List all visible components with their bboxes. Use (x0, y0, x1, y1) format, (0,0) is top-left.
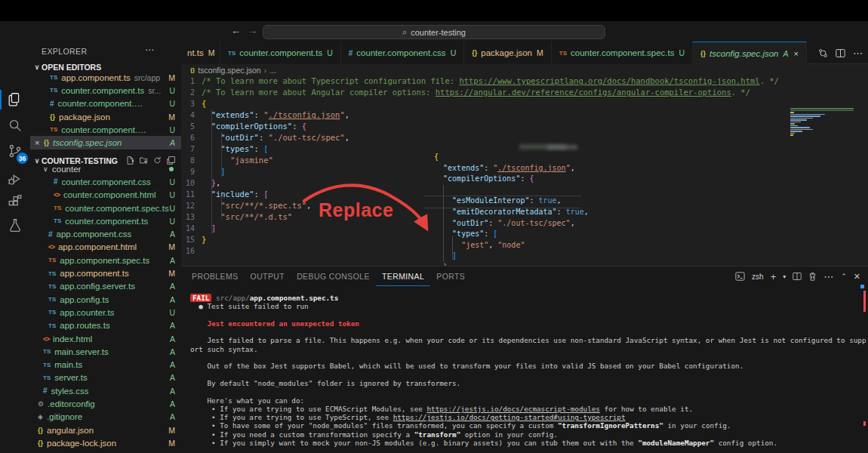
tree-item[interactable]: ∨counter (30, 162, 181, 175)
code-text: /* To learn more about Angular compiler … (202, 87, 750, 98)
panel-tab-terminal[interactable]: TERMINAL (376, 267, 430, 286)
editor-tab-nt-ts[interactable]: nt.tsM (181, 42, 220, 64)
snippet-line: "jest", "node" (434, 240, 676, 251)
ts-file-icon: TS (54, 217, 61, 224)
open-editor-item[interactable]: {}package.jsonM (30, 110, 181, 123)
git-status-badge: U (165, 177, 175, 186)
activity-bar-item-extensions[interactable] (0, 189, 30, 214)
tree-item[interactable]: TSserver.tsA (30, 371, 181, 384)
open-editor-item[interactable]: TSapp.component.tssrc/appM (30, 71, 181, 84)
tree-item[interactable]: TSmain.server.tsA (30, 345, 181, 358)
tree-item[interactable]: TScounter.component.spec.tsU (30, 202, 181, 214)
more-actions-icon[interactable]: ⋯ (823, 271, 834, 282)
search-icon (7, 117, 23, 134)
tree-item[interactable]: TSapp.config.tsA (30, 293, 181, 306)
panel-tab-problems[interactable]: PROBLEMS (186, 267, 245, 286)
close-panel-icon[interactable]: ✕ (854, 272, 860, 282)
terminal-actions: zsh + ▾ ⋯ ⌃ ✕ (735, 267, 860, 286)
tree-item[interactable]: #counter.component.cssU (30, 175, 181, 188)
tree-item[interactable]: TSapp.component.spec.tsA (30, 254, 181, 267)
tree-item[interactable]: ◈.gitignoreA (30, 411, 181, 424)
code-line[interactable]: 3{ (181, 98, 868, 109)
git-status-badge: A (165, 387, 175, 396)
chevron-down-icon[interactable]: ▾ (783, 273, 786, 280)
sidebar-more-actions[interactable]: ⋯ (145, 45, 154, 55)
close-icon[interactable]: × (794, 49, 799, 58)
forward-button[interactable]: → (248, 25, 257, 36)
tree-item[interactable]: #styles.cssA (30, 384, 181, 397)
activity-bar-item-testing[interactable] (0, 213, 30, 239)
panel-tab-ports[interactable]: PORTS (430, 267, 471, 286)
code-line[interactable]: 2/* To learn more about Angular compiler… (181, 87, 868, 98)
code-line[interactable]: 5 "compilerOptions": { (181, 121, 868, 132)
file-name: counter.component.css (62, 177, 151, 186)
more-actions-icon[interactable]: ⋯ (853, 48, 863, 59)
open-editor-item[interactable]: TScounter.component.spec...U (30, 123, 181, 136)
new-terminal-icon[interactable]: + (771, 271, 777, 282)
command-center-search[interactable]: ⌕ counter-testing (263, 25, 605, 39)
tree-item[interactable]: {}package-lock.jsonM (30, 436, 181, 449)
tree-item[interactable]: <>app.component.htmlM (30, 241, 181, 254)
ts-file-icon: TS (48, 296, 56, 303)
editor-tab-package-json[interactable]: {}package.jsonM (464, 42, 552, 64)
terminal-link[interactable]: https://jestjs.io/docs/getting-started#u… (393, 413, 626, 421)
tree-item[interactable]: <>counter.component.htmlU (30, 189, 181, 202)
maximize-panel-icon[interactable]: ⌃ (841, 273, 847, 280)
activity-bar-item-run-and-debug[interactable] (0, 166, 30, 192)
file-path-detail: sr... (148, 86, 161, 95)
source-control-badge: 36 (17, 153, 28, 164)
breadcrumb[interactable]: {} tsconfig.spec.json › ... (181, 64, 868, 76)
html-file-icon: <> (43, 335, 49, 343)
open-editors-list: TSapp.component.tssrc/appMTScounter.comp… (30, 71, 181, 149)
back-button[interactable]: ← (231, 25, 241, 36)
panel-tab-output[interactable]: OUTPUT (245, 267, 291, 286)
close-icon[interactable]: × (35, 138, 44, 147)
activity-bar-item-search[interactable] (0, 112, 30, 138)
tree-item[interactable]: ⚙.editorconfigA (30, 397, 181, 410)
terminal-link[interactable]: https://jestjs.io/docs/ecmascript-module… (426, 405, 600, 413)
tree-item[interactable]: <>index.htmlA (30, 332, 181, 345)
code-line[interactable]: 1/* To learn more about Typescript confi… (181, 76, 868, 87)
git-status-badge: A (783, 49, 788, 58)
code-line[interactable]: 4 "extends": "./tsconfig.json", (181, 109, 868, 121)
git-status-badge: M (165, 426, 175, 435)
code-text: { (434, 153, 439, 161)
line-number: 15 (181, 234, 195, 245)
panel-tab-debug-console[interactable]: DEBUG CONSOLE (291, 267, 376, 286)
open-editor-item[interactable]: ×{}tsconfig.spec.jsonA (30, 136, 181, 149)
trash-icon[interactable] (808, 272, 817, 281)
activity-bar-item-explorer[interactable] (0, 87, 30, 112)
tree-item[interactable]: {}angular.jsonM (30, 424, 181, 436)
code-line[interactable]: 6 "outDir": "./out-tsc/spec", (181, 132, 868, 143)
tree-item[interactable]: TSmain.tsA (30, 358, 181, 371)
tree-item[interactable]: TSapp.counter.tsU (30, 306, 181, 319)
editor-tab-tsconfig-spec-json[interactable]: {}tsconfig.spec.jsonA× (693, 42, 807, 64)
file-name: counter.component.spec.ts (65, 204, 168, 213)
tab-label: tsconfig.spec.json (709, 49, 778, 58)
git-status-badge: M (165, 112, 175, 122)
editor-tab-counter-component-ts[interactable]: TScounter.component.tsU (220, 42, 341, 64)
file-name: .editorconfig (48, 399, 95, 408)
css-file-icon: # (50, 100, 54, 108)
split-terminal-icon[interactable] (793, 272, 802, 281)
tab-label: counter.component.ts (239, 48, 322, 57)
tree-item[interactable]: #app.component.cssA (30, 227, 181, 240)
open-changes-icon[interactable] (818, 48, 828, 58)
terminal-output[interactable]: FAIL src/app/app.component.spec.ts ● Tes… (190, 294, 862, 447)
editor-tab-counter-component-spec-ts[interactable]: TScounter.component.spec.tsU (552, 42, 693, 64)
tree-item[interactable]: TScounter.component.tsU (30, 214, 181, 227)
tree-item[interactable]: TSapp.component.tsM (30, 267, 181, 279)
file-name: counter.component.ts (65, 217, 148, 226)
terminal-line: ort such syntax. (190, 345, 862, 353)
open-editor-item[interactable]: TScounter.component.tssr...U (30, 84, 181, 97)
code-text: /* To learn more about Typescript config… (202, 76, 779, 87)
code-editor[interactable]: 1/* To learn more about Typescript confi… (181, 76, 868, 266)
tree-item[interactable]: TSapp.config.server.tsA (30, 280, 181, 293)
git-status-badge: A (165, 334, 175, 344)
activity-bar-item-source-control[interactable]: 36 (0, 138, 30, 164)
minimap[interactable] (790, 108, 857, 140)
split-editor-icon[interactable] (836, 48, 845, 58)
open-editor-item[interactable]: #counter.component.css...U (30, 97, 181, 110)
tree-item[interactable]: TSapp.routes.tsA (30, 319, 181, 332)
editor-tab-counter-component-css[interactable]: #counter.component.cssU (341, 42, 464, 64)
